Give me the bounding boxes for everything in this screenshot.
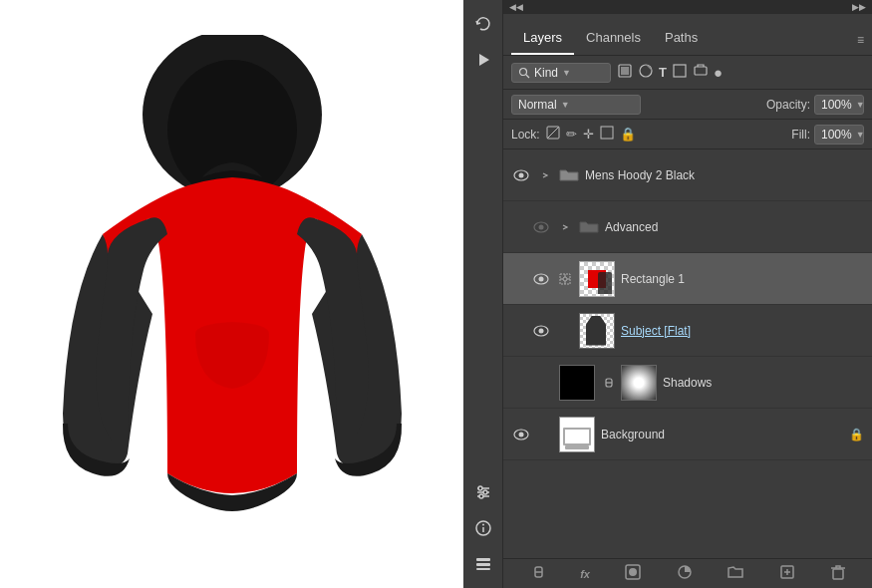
- hoodie-illustration: [48, 35, 417, 553]
- svg-line-23: [547, 127, 559, 139]
- thumbnail-shadows-right: [621, 365, 657, 401]
- visibility-icon-rectangle1[interactable]: [531, 273, 551, 285]
- svg-rect-20: [674, 65, 686, 77]
- svg-line-16: [526, 75, 529, 78]
- link-icon-shadows: [601, 377, 615, 389]
- lock-icon-background: 🔒: [849, 428, 864, 441]
- kind-icon-smart[interactable]: [693, 63, 709, 82]
- visibility-icon-mens-hoody[interactable]: [511, 169, 531, 181]
- search-icon: [518, 67, 530, 79]
- kind-select[interactable]: Kind ▼: [511, 63, 611, 83]
- delete-layer-icon[interactable]: [830, 564, 846, 583]
- lock-transparent-icon[interactable]: [546, 126, 560, 143]
- svg-point-26: [519, 172, 524, 177]
- lock-artboard-icon[interactable]: [600, 126, 614, 143]
- panel-menu-icon[interactable]: ≡: [857, 33, 864, 55]
- toolbar-adjust-icon[interactable]: [467, 476, 499, 508]
- expand-icon-advanced[interactable]: [557, 223, 573, 231]
- layer-style-icon[interactable]: fx: [580, 568, 590, 580]
- kind-label: Kind: [534, 66, 558, 80]
- tab-layers[interactable]: Layers: [511, 24, 574, 55]
- svg-rect-12: [476, 558, 490, 561]
- fill-label: Fill:: [791, 128, 810, 142]
- layer-item-rectangle1[interactable]: Rectangle 1: [503, 253, 872, 305]
- layer-name-mens-hoody: Mens Hoody 2 Black: [585, 168, 864, 182]
- svg-point-11: [482, 524, 484, 526]
- opacity-chevron: ▼: [856, 100, 865, 110]
- tab-paths[interactable]: Paths: [653, 24, 710, 55]
- svg-rect-18: [621, 67, 629, 75]
- svg-rect-24: [601, 127, 613, 139]
- blend-mode-chevron: ▼: [561, 100, 570, 110]
- thumbnail-shadows-left: [559, 365, 595, 401]
- tab-channels[interactable]: Channels: [574, 24, 653, 55]
- layer-item-background[interactable]: Background 🔒: [503, 409, 872, 460]
- kind-filter-row: Kind ▼ T: [503, 56, 872, 90]
- new-group-icon[interactable]: [727, 564, 743, 583]
- layer-name-advanced: Advanced: [605, 220, 864, 234]
- visibility-icon-advanced[interactable]: [531, 221, 551, 233]
- toolbar-play-icon[interactable]: [467, 44, 499, 76]
- svg-rect-14: [476, 568, 490, 570]
- kind-icon-adjustment[interactable]: [638, 63, 654, 82]
- kind-icon-shape[interactable]: [672, 63, 688, 82]
- fill-input[interactable]: 100% ▼: [814, 125, 864, 145]
- lock-position-icon[interactable]: ✛: [583, 127, 594, 142]
- visibility-icon-background[interactable]: [511, 429, 531, 441]
- lock-fill-row: Lock: ✏ ✛ 🔒 Fill: 100% ▼: [503, 120, 872, 149]
- thumbnail-background: [559, 417, 595, 452]
- svg-point-8: [479, 494, 483, 498]
- svg-rect-13: [476, 563, 490, 566]
- layer-mask-icon[interactable]: [625, 564, 641, 583]
- svg-point-46: [629, 568, 637, 576]
- svg-point-30: [539, 276, 544, 281]
- visibility-icon-subject-flat[interactable]: [531, 325, 551, 337]
- fill-section: Fill: 100% ▼: [791, 125, 864, 145]
- svg-point-32: [563, 277, 567, 281]
- svg-rect-51: [833, 569, 843, 579]
- opacity-input[interactable]: 100% ▼: [814, 95, 864, 115]
- toolbar-history-icon[interactable]: [467, 8, 499, 40]
- layer-item-advanced[interactable]: Advanced: [503, 201, 872, 253]
- layer-name-background: Background: [601, 428, 843, 441]
- layers-list: Mens Hoody 2 Black Advanced: [503, 149, 872, 558]
- svg-marker-2: [479, 54, 489, 66]
- svg-point-7: [483, 490, 487, 494]
- folder-icon-advanced: [579, 219, 599, 235]
- lock-image-icon[interactable]: ✏: [566, 127, 577, 142]
- panel-collapse-right[interactable]: ▶▶: [852, 2, 866, 12]
- canvas-area: [0, 0, 463, 588]
- tabs-row: Layers Channels Paths ≡: [503, 14, 872, 56]
- fill-chevron: ▼: [856, 130, 865, 140]
- toolbar-layers-icon[interactable]: [467, 548, 499, 580]
- blend-mode-value: Normal: [518, 98, 557, 112]
- lock-all-icon[interactable]: 🔒: [620, 127, 636, 142]
- opacity-section: Opacity: 100% ▼: [766, 95, 864, 115]
- layer-item-shadows[interactable]: Shadows: [503, 357, 872, 409]
- link-layers-icon[interactable]: [529, 564, 545, 583]
- kind-icons-group: T ●: [617, 63, 723, 82]
- svg-point-6: [478, 486, 482, 490]
- thumbnail-rectangle1: [579, 261, 615, 297]
- adjustment-layer-icon[interactable]: [677, 564, 693, 583]
- svg-rect-21: [695, 67, 707, 75]
- expand-icon-mens-hoody[interactable]: [537, 171, 553, 179]
- new-layer-icon[interactable]: [779, 564, 795, 583]
- kind-icon-type[interactable]: T: [659, 65, 667, 80]
- panel-collapse-left[interactable]: ◀◀: [509, 2, 523, 12]
- toolbar-info-icon[interactable]: [467, 512, 499, 544]
- blend-mode-select[interactable]: Normal ▼: [511, 95, 641, 115]
- panel-bottombar: fx: [503, 558, 872, 588]
- svg-point-43: [519, 432, 524, 437]
- folder-icon-mens-hoody: [559, 167, 579, 183]
- kind-icon-pixel[interactable]: [617, 63, 633, 82]
- toolbar-strip: [463, 0, 503, 588]
- lock-icons-group: ✏ ✛ 🔒: [546, 126, 636, 143]
- kind-icon-effect[interactable]: ●: [714, 64, 723, 81]
- kind-chevron: ▼: [562, 68, 571, 78]
- layer-item-subject-flat[interactable]: Subject [Flat]: [503, 305, 872, 357]
- transform-icon-rectangle1: [557, 272, 573, 286]
- svg-point-38: [539, 328, 544, 333]
- layer-item-mens-hoody[interactable]: Mens Hoody 2 Black: [503, 149, 872, 201]
- panel-topbar: ◀◀ ▶▶: [503, 0, 872, 14]
